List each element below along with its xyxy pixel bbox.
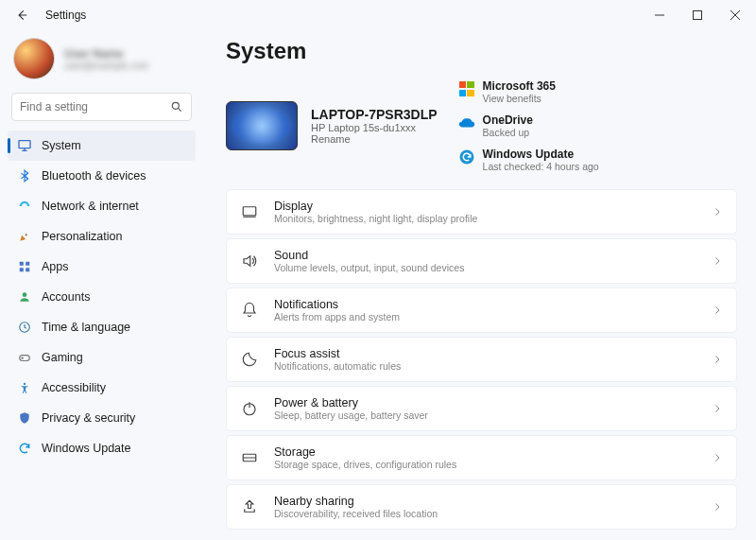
card-nearby-sharing[interactable]: Nearby sharingDiscoverability, received … [226, 484, 737, 530]
update-status-icon [458, 148, 475, 165]
page-title: System [226, 38, 737, 64]
card-sound[interactable]: SoundVolume levels, output, input, sound… [226, 238, 737, 284]
chevron-right-icon [712, 354, 723, 365]
search-input[interactable] [20, 100, 170, 113]
search-icon [170, 100, 183, 113]
account-name: User Name [64, 47, 148, 61]
sidebar-item-network[interactable]: Network & internet [8, 191, 196, 221]
card-power[interactable]: Power & batterySleep, battery usage, bat… [226, 386, 737, 431]
card-focus-assist[interactable]: Focus assistNotifications, automatic rul… [226, 337, 737, 382]
sound-icon [240, 252, 259, 270]
back-button[interactable] [9, 3, 34, 27]
card-sub: Sleep, battery usage, battery saver [274, 409, 696, 421]
svg-rect-12 [243, 207, 256, 216]
storage-icon [240, 448, 259, 467]
card-display[interactable]: DisplayMonitors, brightness, night light… [226, 189, 737, 235]
search-box[interactable] [11, 93, 192, 121]
update-icon [17, 441, 32, 456]
card-sub: Notifications, automatic rules [274, 360, 696, 372]
privacy-icon [17, 410, 32, 426]
svg-rect-9 [20, 356, 30, 361]
titlebar: Settings [0, 0, 756, 30]
close-icon [730, 10, 740, 20]
account-email: user@example.com [64, 61, 148, 71]
card-title: Display [274, 200, 696, 213]
device-rename-link[interactable]: Rename [311, 133, 438, 145]
chevron-right-icon [712, 452, 723, 463]
share-icon [240, 497, 259, 516]
sidebar-item-privacy[interactable]: Privacy & security [8, 403, 196, 433]
card-sub: Storage space, drives, configuration rul… [274, 459, 696, 470]
sidebar-item-label: Accounts [42, 290, 90, 304]
bluetooth-icon [17, 168, 32, 183]
account-block[interactable]: User Name user@example.com [8, 34, 196, 91]
service-onedrive[interactable]: OneDriveBacked up [458, 113, 591, 138]
sidebar-item-label: Time & language [42, 321, 130, 334]
card-sub: Discoverability, received files location [274, 508, 696, 519]
sidebar-item-bluetooth[interactable]: Bluetooth & devices [8, 161, 196, 191]
service-title: Microsoft 365 [483, 79, 556, 93]
card-sub: Monitors, brightness, night light, displ… [274, 213, 696, 224]
notifications-icon [240, 301, 259, 320]
minimize-button[interactable] [641, 2, 679, 28]
accounts-icon [17, 289, 32, 305]
services-block: Microsoft 365View benefits OneDriveBacke… [458, 79, 737, 172]
close-button[interactable] [716, 2, 754, 28]
card-notifications[interactable]: NotificationsAlerts from apps and system [226, 287, 737, 333]
apps-icon [17, 259, 32, 274]
card-storage[interactable]: StorageStorage space, drives, configurat… [226, 435, 737, 480]
system-icon [17, 138, 32, 153]
maximize-button[interactable] [679, 2, 716, 28]
sidebar-item-update[interactable]: Windows Update [8, 433, 196, 463]
onedrive-icon [458, 114, 475, 131]
personalization-icon [17, 229, 32, 244]
display-icon [240, 202, 259, 221]
sidebar-item-accessibility[interactable]: Accessibility [8, 373, 196, 403]
service-title: Windows Update [483, 148, 599, 161]
card-title: Focus assist [274, 347, 696, 360]
service-title: OneDrive [483, 113, 533, 127]
settings-cards: DisplayMonitors, brightness, night light… [226, 189, 737, 530]
back-arrow-icon [15, 9, 28, 22]
service-sub: Backed up [483, 127, 533, 138]
card-sub: Volume levels, output, input, sound devi… [274, 262, 696, 273]
service-microsoft365[interactable]: Microsoft 365View benefits [458, 79, 591, 104]
svg-rect-5 [20, 268, 24, 271]
svg-rect-0 [694, 11, 702, 20]
window-title: Settings [45, 9, 86, 22]
card-title: Sound [274, 249, 696, 262]
avatar [13, 38, 55, 79]
sidebar-item-apps[interactable]: Apps [8, 252, 196, 282]
focus-icon [240, 350, 259, 369]
sidebar-item-time[interactable]: Time & language [8, 312, 196, 342]
main-content: System LAPTOP-7PSR3DLP HP Laptop 15s-du1… [203, 30, 756, 540]
chevron-right-icon [712, 305, 723, 316]
chevron-right-icon [712, 255, 723, 267]
service-sub: Last checked: 4 hours ago [483, 161, 599, 172]
power-icon [240, 399, 259, 418]
device-block[interactable]: LAPTOP-7PSR3DLP HP Laptop 15s-du1xxx Ren… [226, 79, 438, 172]
sidebar-item-label: Windows Update [42, 442, 131, 455]
svg-rect-3 [20, 262, 24, 266]
card-title: Power & battery [274, 396, 696, 409]
sidebar-item-label: Apps [42, 260, 69, 273]
svg-rect-4 [26, 262, 29, 266]
sidebar-item-system[interactable]: System [8, 131, 196, 161]
sidebar-item-accounts[interactable]: Accounts [8, 282, 196, 312]
gaming-icon [17, 350, 32, 365]
sidebar-item-label: Accessibility [42, 381, 106, 394]
svg-point-10 [24, 383, 26, 385]
microsoft-logo-icon [458, 80, 475, 97]
sidebar-item-gaming[interactable]: Gaming [8, 342, 196, 373]
sidebar-item-label: Bluetooth & devices [42, 169, 146, 183]
card-title: Nearby sharing [274, 495, 696, 508]
service-windows-update[interactable]: Windows UpdateLast checked: 4 hours ago [458, 148, 647, 172]
minimize-icon [655, 10, 664, 20]
svg-point-7 [23, 292, 27, 297]
nav-list: System Bluetooth & devices Network & int… [8, 131, 196, 463]
sidebar-item-label: Gaming [42, 351, 83, 364]
card-title: Storage [274, 445, 696, 459]
sidebar-item-personalization[interactable]: Personalization [8, 221, 196, 252]
accessibility-icon [17, 380, 32, 395]
device-model: HP Laptop 15s-du1xxx [311, 122, 438, 133]
